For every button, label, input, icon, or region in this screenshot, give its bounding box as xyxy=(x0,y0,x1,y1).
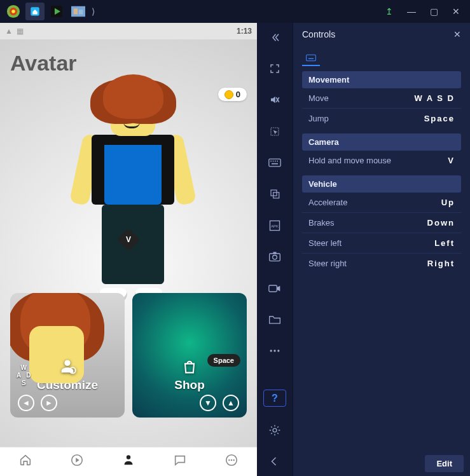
more-tools-button[interactable] xyxy=(263,343,286,359)
control-row: Steer leftLeft xyxy=(302,233,461,253)
control-row: BrakesDown xyxy=(302,212,461,233)
svg-marker-11 xyxy=(76,458,79,462)
avatar-figure xyxy=(65,68,192,303)
controls-panel-title: Controls xyxy=(302,29,335,39)
svg-rect-33 xyxy=(269,285,277,292)
more-icon xyxy=(225,453,238,467)
nav-chat[interactable] xyxy=(173,453,187,470)
home-icon xyxy=(29,6,41,17)
game-panel: ▲ ▦ 1:13 Avatar 0 V W xyxy=(0,23,257,476)
coin-counter[interactable]: 0 xyxy=(218,88,247,101)
avatar-icon xyxy=(121,453,135,467)
upload-icon[interactable]: ↥ xyxy=(385,6,393,17)
control-row: Steer rightRight xyxy=(302,253,461,273)
svg-rect-22 xyxy=(273,161,274,162)
home-icon xyxy=(18,453,32,467)
play-store-icon xyxy=(51,6,62,17)
svg-point-35 xyxy=(273,350,275,352)
minimize-button[interactable]: — xyxy=(407,6,416,17)
section-heading: Camera xyxy=(302,133,461,151)
keymapping-button[interactable] xyxy=(263,154,286,170)
controls-panel: Controls ✕ Movement MoveW A S D JumpSpac… xyxy=(293,23,470,476)
svg-point-37 xyxy=(273,428,277,432)
control-row: JumpSpace xyxy=(302,108,461,128)
controls-list: Movement MoveW A S D JumpSpace Camera Ho… xyxy=(293,66,470,451)
nav-play[interactable] xyxy=(70,453,84,470)
apps-icon: ▦ xyxy=(17,27,24,36)
back-button[interactable] xyxy=(263,454,286,470)
control-row: Hold and move mouseV xyxy=(302,151,461,170)
customize-prev-button[interactable]: ◄ xyxy=(18,395,34,411)
shop-down-button[interactable]: ▼ xyxy=(200,395,216,411)
svg-rect-26 xyxy=(271,190,277,196)
section-heading: Vehicle xyxy=(302,175,461,193)
svg-point-14 xyxy=(228,459,230,461)
nav-more[interactable] xyxy=(225,453,238,470)
install-apk-button[interactable]: APK xyxy=(263,217,286,233)
svg-point-2 xyxy=(11,10,15,13)
screenshot-button[interactable] xyxy=(263,249,286,265)
svg-rect-27 xyxy=(273,193,279,198)
svg-rect-21 xyxy=(270,161,272,162)
controls-panel-footer: Edit xyxy=(293,451,470,476)
customize-card[interactable]: W A D S Customize ◄ ► xyxy=(10,293,125,418)
play-icon xyxy=(70,453,84,467)
gear-icon xyxy=(268,424,281,437)
avatar-viewport[interactable]: Avatar 0 V W A D S xyxy=(0,39,257,447)
svg-rect-7 xyxy=(74,8,78,14)
game-tab[interactable] xyxy=(69,3,88,20)
space-key-badge: Space xyxy=(207,354,240,367)
nav-home[interactable] xyxy=(18,453,32,470)
home-tab[interactable] xyxy=(25,3,45,20)
svg-rect-32 xyxy=(273,252,277,254)
controls-panel-header: Controls ✕ xyxy=(293,23,470,46)
multi-instance-button[interactable] xyxy=(263,186,286,202)
shop-bag-icon xyxy=(181,358,198,376)
main-area: ▲ ▦ 1:13 Avatar 0 V W xyxy=(0,23,470,476)
cursor-lock-button[interactable] xyxy=(263,123,286,139)
settings-button[interactable] xyxy=(263,422,286,438)
scheme-tab[interactable] xyxy=(302,51,320,66)
keyboard-icon xyxy=(306,53,316,62)
close-panel-button[interactable]: ✕ xyxy=(453,29,461,39)
titlebar: ⟩ ↥ — ▢ ✕ xyxy=(0,0,470,23)
svg-point-15 xyxy=(230,459,232,461)
svg-point-36 xyxy=(277,350,279,352)
svg-point-16 xyxy=(233,459,234,461)
cards-row: W A D S Customize ◄ ► Space Shop xyxy=(10,293,247,418)
bluestacks-logo-icon xyxy=(6,4,20,18)
record-button[interactable] xyxy=(263,280,286,296)
close-window-button[interactable]: ✕ xyxy=(452,6,460,17)
section-heading: Movement xyxy=(302,71,461,88)
svg-rect-38 xyxy=(307,55,316,60)
collapse-toolbar-button[interactable] xyxy=(263,29,286,45)
control-row: MoveW A S D xyxy=(302,88,461,108)
maximize-button[interactable]: ▢ xyxy=(430,6,438,17)
svg-rect-8 xyxy=(79,10,83,14)
bottom-nav xyxy=(0,447,257,476)
fullscreen-button[interactable] xyxy=(263,60,286,76)
shop-label: Shop xyxy=(174,378,205,392)
shop-up-button[interactable]: ▲ xyxy=(223,395,239,411)
svg-text:APK: APK xyxy=(271,224,279,228)
control-row: AccelerateUp xyxy=(302,193,461,212)
svg-point-12 xyxy=(127,455,130,459)
media-folder-button[interactable] xyxy=(263,311,286,327)
volume-button[interactable] xyxy=(263,92,286,108)
svg-rect-6 xyxy=(71,6,85,17)
svg-rect-30 xyxy=(270,254,280,261)
svg-rect-23 xyxy=(275,161,276,162)
nav-avatar[interactable] xyxy=(121,453,135,470)
shop-card[interactable]: Space Shop ▼ ▲ xyxy=(132,293,247,418)
warning-icon: ▲ xyxy=(5,27,13,36)
help-button[interactable]: ? xyxy=(263,390,286,407)
play-store-tab[interactable] xyxy=(47,3,66,20)
tabs-overflow: ⟩ xyxy=(92,6,95,17)
bluestacks-logo-tab[interactable] xyxy=(4,3,23,20)
svg-rect-25 xyxy=(272,163,278,165)
svg-rect-20 xyxy=(269,159,280,167)
game-thumb-icon xyxy=(71,6,85,17)
edit-controls-button[interactable]: Edit xyxy=(425,455,464,472)
svg-rect-39 xyxy=(308,58,314,59)
customize-next-button[interactable]: ► xyxy=(41,395,57,411)
